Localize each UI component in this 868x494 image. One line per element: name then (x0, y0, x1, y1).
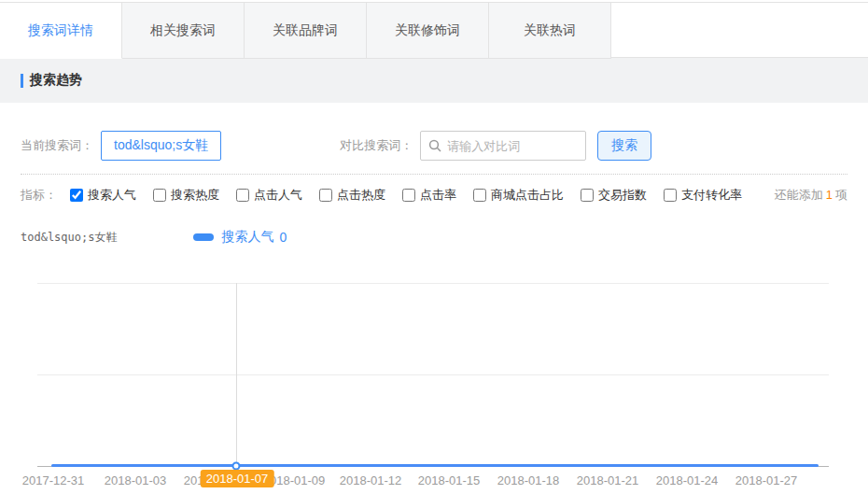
x-tick-label: 2018-01-21 (577, 473, 639, 487)
metric-checkbox-search-heat[interactable] (153, 189, 166, 202)
compare-term-label: 对比搜索词： (340, 137, 413, 154)
metrics-label: 指标： (21, 187, 57, 204)
remaining-count: 1 (823, 188, 835, 202)
metric-option-label: 点击人气 (254, 187, 302, 204)
x-tick-label: 2018-01-27 (735, 473, 798, 487)
remaining-note: 还能添加1项 (775, 187, 847, 204)
legend-row: tod&lsquo;s女鞋 搜索人气 0 (21, 229, 847, 246)
tab-bar: 搜索词详情 相关搜索词 关联品牌词 关联修饰词 关联热词 (0, 2, 868, 58)
legend-series-label: 搜索人气 (221, 229, 273, 246)
section-title: 搜索趋势 (30, 72, 82, 89)
x-tick-label: 2018-01-18 (497, 473, 560, 487)
metric-option-label: 商城点击占比 (491, 187, 564, 204)
remaining-prefix: 还能添加 (775, 188, 823, 202)
compare-group: 对比搜索词： 搜索 (340, 131, 651, 161)
gridline-middle (37, 374, 829, 375)
chart-plot-area[interactable] (37, 283, 829, 467)
metric-checkbox-mall-click-share[interactable] (473, 189, 486, 202)
tab-related-modifier-terms[interactable]: 关联修饰词 (367, 3, 489, 59)
gridline-top (37, 283, 829, 284)
metric-option-label: 点击率 (420, 187, 456, 204)
search-button[interactable]: 搜索 (597, 131, 651, 161)
metric-checkbox-search-popularity[interactable] (70, 189, 83, 202)
metric-option-click-rate[interactable]: 点击率 (402, 187, 456, 204)
query-row: 当前搜索词： tod&lsquo;s女鞋 对比搜索词： 搜索 (21, 131, 847, 161)
tab-related-search-terms[interactable]: 相关搜索词 (122, 3, 245, 59)
metric-option-search-heat[interactable]: 搜索热度 (153, 187, 219, 204)
tab-related-brand-terms[interactable]: 关联品牌词 (245, 3, 367, 59)
x-tick-label: 2018-01-15 (418, 473, 481, 487)
compare-input-box (420, 131, 586, 161)
x-tick-label: 2018-01-12 (340, 473, 402, 487)
metric-option-label: 支付转化率 (681, 187, 742, 204)
dotted-divider (21, 174, 847, 175)
remaining-suffix: 项 (835, 188, 847, 202)
metric-option-label: 搜索人气 (88, 187, 136, 204)
series-line-search-popularity (51, 464, 819, 467)
selected-date-label: 2018-01-07 (201, 470, 274, 487)
metric-option-payment-conversion[interactable]: 支付转化率 (664, 187, 742, 204)
metric-option-label: 点击热度 (337, 187, 385, 204)
section-title-marker (21, 74, 23, 88)
legend-series-value: 0 (279, 230, 287, 245)
crosshair-line (236, 283, 237, 467)
metric-checkbox-payment-conversion[interactable] (664, 189, 677, 202)
metric-option-transaction-index[interactable]: 交易指数 (581, 187, 647, 204)
search-trend-chart: 2017-12-31 2018-01-03 2018-01-06 2018-01… (0, 283, 868, 494)
current-term-label: 当前搜索词： (21, 137, 93, 154)
metric-checkbox-click-popularity[interactable] (236, 189, 249, 202)
tab-related-hot-terms[interactable]: 关联热词 (489, 3, 611, 59)
x-tick-label: 2018-01-24 (656, 473, 719, 487)
metric-option-search-popularity[interactable]: 搜索人气 (70, 187, 136, 204)
tab-search-term-detail[interactable]: 搜索词详情 (0, 3, 122, 59)
x-tick-label: 2017-12-31 (22, 473, 85, 487)
legend-keyword: tod&lsquo;s女鞋 (21, 230, 117, 246)
metric-option-label: 搜索热度 (171, 187, 219, 204)
compare-input[interactable] (447, 139, 578, 153)
x-tick-label: 2018-01-03 (105, 473, 167, 487)
metric-option-click-heat[interactable]: 点击热度 (319, 187, 385, 204)
search-icon (428, 139, 441, 152)
metric-checkbox-click-heat[interactable] (319, 189, 332, 202)
current-term-chip: tod&lsquo;s女鞋 (101, 131, 221, 161)
metric-option-mall-click-share[interactable]: 商城点击占比 (473, 187, 564, 204)
metric-checkbox-click-rate[interactable] (402, 189, 415, 202)
section-band: 搜索趋势 (0, 58, 868, 103)
metric-option-click-popularity[interactable]: 点击人气 (236, 187, 302, 204)
tab-bar-filler (611, 3, 868, 58)
metric-option-label: 交易指数 (598, 187, 647, 204)
metrics-row: 指标： 搜索人气 搜索热度 点击人气 点击热度 点击率 商城点击占比 交易指数 (21, 187, 847, 204)
metric-checkbox-transaction-index[interactable] (581, 189, 594, 202)
legend-swatch (193, 233, 214, 241)
